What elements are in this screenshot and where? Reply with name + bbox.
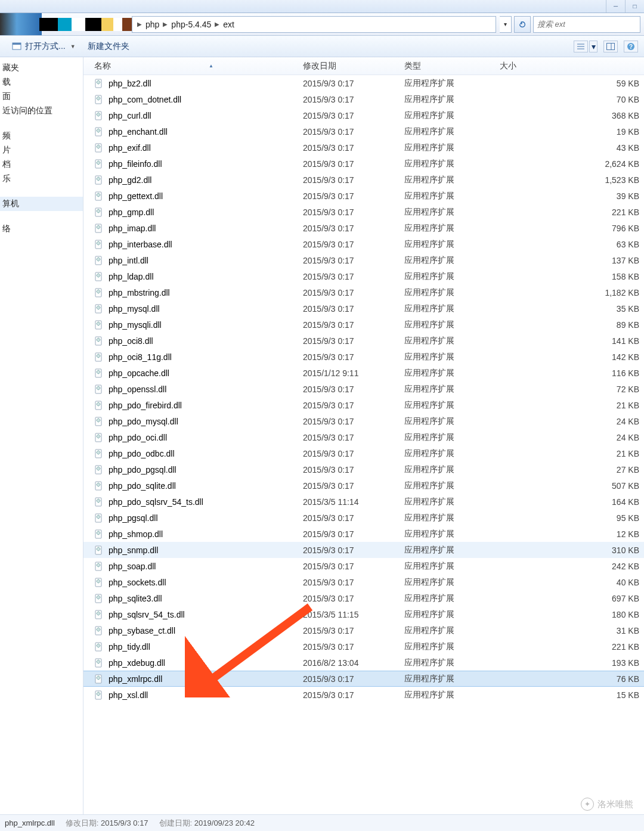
file-row[interactable]: php_pdo_pgsql.dll2015/9/3 0:17应用程序扩展27 K… — [83, 461, 644, 477]
file-row[interactable]: php_oci8.dll2015/9/3 0:17应用程序扩展141 KB — [83, 333, 644, 349]
maximize-button[interactable] — [625, 0, 644, 13]
sidebar-item[interactable]: 片 — [0, 143, 83, 157]
file-row[interactable]: php_ldap.dll2015/9/3 0:17应用程序扩展158 KB — [83, 268, 644, 284]
file-row[interactable]: php_mbstring.dll2015/9/3 0:17应用程序扩展1,182… — [83, 284, 644, 300]
sidebar-item[interactable]: 算机 — [0, 197, 83, 211]
file-row[interactable]: php_pdo_firebird.dll2015/9/3 0:17应用程序扩展2… — [83, 397, 644, 413]
file-row[interactable]: php_snmp.dll2015/9/3 0:17应用程序扩展310 KB — [83, 542, 644, 558]
help-button[interactable]: ? — [624, 41, 638, 52]
file-row[interactable]: php_gmp.dll2015/9/3 0:17应用程序扩展221 KB — [83, 204, 644, 220]
open-with-button[interactable]: 打开方式... ▼ — [6, 39, 82, 54]
dll-file-icon — [94, 111, 104, 120]
minimize-button[interactable] — [606, 0, 625, 13]
svg-point-65 — [98, 387, 99, 389]
file-row[interactable]: php_bz2.dll2015/9/3 0:17应用程序扩展59 KB — [83, 75, 644, 91]
svg-point-11 — [98, 98, 99, 99]
file-list: php_bz2.dll2015/9/3 0:17应用程序扩展59 KBphp_c… — [83, 75, 644, 814]
file-date: 2015/9/3 0:17 — [303, 433, 404, 442]
sidebar-item[interactable]: 面 — [0, 89, 83, 104]
sidebar-item[interactable]: 藏夹 — [0, 61, 83, 75]
refresh-button[interactable] — [514, 16, 531, 33]
svg-point-119 — [98, 677, 99, 678]
file-row[interactable]: php_gd2.dll2015/9/3 0:17应用程序扩展1,523 KB — [83, 172, 644, 188]
file-row[interactable]: php_fileinfo.dll2015/9/3 0:17应用程序扩展2,624… — [83, 156, 644, 172]
file-row[interactable]: php_sqlsrv_54_ts.dll2015/3/5 11:15应用程序扩展… — [83, 606, 644, 622]
file-row[interactable]: php_intl.dll2015/9/3 0:17应用程序扩展137 KB — [83, 252, 644, 268]
file-date: 2015/9/3 0:17 — [303, 465, 404, 475]
breadcrumb-seg[interactable]: ext — [221, 20, 237, 29]
search-box[interactable] — [533, 16, 640, 33]
sidebar-item[interactable]: 络 — [0, 222, 83, 236]
breadcrumb-dropdown[interactable]: ▾ — [500, 16, 512, 33]
file-row[interactable]: php_pdo_mysql.dll2015/9/3 0:17应用程序扩展24 K… — [83, 413, 644, 429]
file-name: php_curl.dll — [109, 111, 303, 120]
file-date: 2015/3/5 11:14 — [303, 497, 404, 507]
file-row[interactable]: php_com_dotnet.dll2015/9/3 0:17应用程序扩展70 … — [83, 91, 644, 107]
sidebar-item[interactable]: 乐 — [0, 172, 83, 186]
file-row[interactable]: php_gettext.dll2015/9/3 0:17应用程序扩展39 KB — [83, 188, 644, 204]
file-row[interactable]: php_exif.dll2015/9/3 0:17应用程序扩展43 KB — [83, 139, 644, 156]
breadcrumb[interactable]: ▶ php ▶ php-5.4.45 ▶ ext — [132, 16, 496, 33]
file-row[interactable]: php_sybase_ct.dll2015/9/3 0:17应用程序扩展31 K… — [83, 622, 644, 638]
svg-point-62 — [98, 371, 99, 373]
file-row[interactable]: php_xmlrpc.dll2015/9/3 0:17应用程序扩展76 KB — [83, 671, 644, 687]
file-row[interactable]: php_mysql.dll2015/9/3 0:17应用程序扩展35 KB — [83, 300, 644, 317]
file-name: php_ldap.dll — [109, 272, 303, 281]
view-mode-button[interactable] — [574, 41, 588, 52]
col-date[interactable]: 修改日期 — [303, 61, 404, 72]
svg-point-104 — [98, 597, 99, 598]
file-row[interactable]: php_sqlite3.dll2015/9/3 0:17应用程序扩展697 KB — [83, 590, 644, 606]
file-row[interactable]: php_xsl.dll2015/9/3 0:17应用程序扩展15 KB — [83, 687, 644, 703]
file-row[interactable]: php_pdo_sqlsrv_54_ts.dll2015/3/5 11:14应用… — [83, 494, 644, 510]
file-row[interactable]: php_shmop.dll2015/9/3 0:17应用程序扩展12 KB — [83, 526, 644, 542]
file-row[interactable]: php_xdebug.dll2016/8/2 13:04应用程序扩展193 KB — [83, 655, 644, 671]
file-size: 2,624 KB — [500, 159, 644, 169]
file-date: 2015/9/3 0:17 — [303, 578, 404, 587]
file-row[interactable]: php_imap.dll2015/9/3 0:17应用程序扩展796 KB — [83, 220, 644, 236]
view-mode-dropdown[interactable]: ▾ — [589, 41, 597, 52]
file-type: 应用程序扩展 — [404, 352, 500, 362]
svg-point-89 — [98, 516, 99, 517]
file-row[interactable]: php_pdo_odbc.dll2015/9/3 0:17应用程序扩展21 KB — [83, 445, 644, 461]
col-name[interactable]: 名称▲ — [94, 61, 303, 72]
col-size[interactable]: 大小 — [500, 61, 644, 72]
file-row[interactable]: php_oci8_11g.dll2015/9/3 0:17应用程序扩展142 K… — [83, 349, 644, 365]
file-row[interactable]: php_sockets.dll2015/9/3 0:17应用程序扩展40 KB — [83, 574, 644, 590]
sidebar-item[interactable]: 档 — [0, 157, 83, 172]
dll-file-icon — [94, 385, 104, 394]
breadcrumb-seg[interactable]: php-5.4.45 — [169, 20, 213, 29]
file-date: 2015/9/3 0:17 — [303, 449, 404, 458]
file-row[interactable]: php_interbase.dll2015/9/3 0:17应用程序扩展63 K… — [83, 236, 644, 252]
col-type[interactable]: 类型 — [404, 61, 500, 72]
svg-point-77 — [98, 452, 99, 453]
search-input[interactable] — [534, 20, 640, 29]
file-row[interactable]: php_tidy.dll2015/9/3 0:17应用程序扩展221 KB — [83, 638, 644, 655]
file-row[interactable]: php_enchant.dll2015/9/3 0:17应用程序扩展19 KB — [83, 123, 644, 139]
breadcrumb-seg[interactable]: php — [143, 20, 162, 29]
file-row[interactable]: php_pgsql.dll2015/9/3 0:17应用程序扩展95 KB — [83, 510, 644, 526]
file-row[interactable]: php_openssl.dll2015/9/3 0:17应用程序扩展72 KB — [83, 381, 644, 397]
sidebar-item[interactable]: 频 — [0, 129, 83, 143]
new-folder-button[interactable]: 新建文件夹 — [82, 39, 135, 54]
dll-file-icon — [94, 143, 104, 153]
file-row[interactable]: php_pdo_sqlite.dll2015/9/3 0:17应用程序扩展507… — [83, 477, 644, 494]
file-type: 应用程序扩展 — [404, 94, 500, 105]
file-row[interactable]: php_curl.dll2015/9/3 0:17应用程序扩展368 KB — [83, 107, 644, 123]
sidebar-item[interactable]: 载 — [0, 75, 83, 89]
file-type: 应用程序扩展 — [404, 384, 500, 395]
file-type: 应用程序扩展 — [404, 674, 500, 684]
svg-point-44 — [98, 275, 99, 276]
sidebar-item[interactable]: 近访问的位置 — [0, 104, 83, 118]
file-row[interactable]: php_soap.dll2015/9/3 0:17应用程序扩展242 KB — [83, 558, 644, 574]
file-name: php_gmp.dll — [109, 207, 303, 217]
file-date: 2015/9/3 0:17 — [303, 127, 404, 137]
file-row[interactable]: php_pdo_oci.dll2015/9/3 0:17应用程序扩展24 KB — [83, 429, 644, 445]
file-row[interactable]: php_mysqli.dll2015/9/3 0:17应用程序扩展89 KB — [83, 317, 644, 333]
preview-pane-button[interactable] — [603, 41, 618, 52]
open-with-icon — [12, 42, 21, 51]
file-size: 27 KB — [500, 465, 644, 475]
svg-point-38 — [98, 243, 99, 244]
nav-back-forward[interactable] — [0, 13, 42, 35]
file-row[interactable]: php_opcache.dll2015/1/12 9:11应用程序扩展116 K… — [83, 365, 644, 381]
file-size: 72 KB — [500, 385, 644, 394]
